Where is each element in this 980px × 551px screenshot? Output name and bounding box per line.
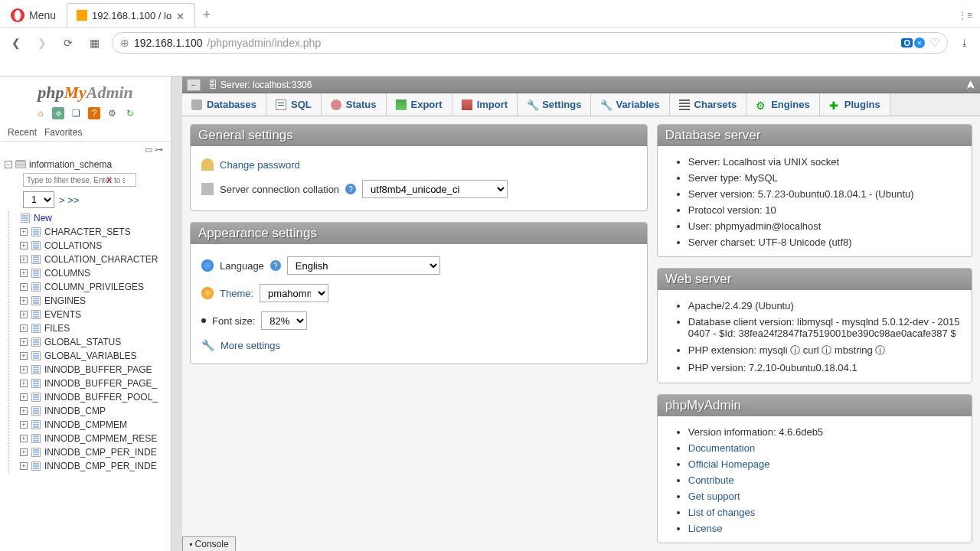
url-host: 192.168.1.100 [134,37,203,49]
tab-title: 192.168.1.100 / lo [92,10,172,21]
bookmark-heart-icon[interactable]: ♡ [929,36,939,50]
menu-label: Menu [29,9,56,21]
tab-bar: Menu 192.168.1.100 / lo ✕ + ⋮≡ [0,0,980,28]
new-tab-button[interactable]: + [195,3,218,27]
back-button[interactable]: ❮ [8,34,24,51]
forward-button[interactable]: ❯ [34,34,51,51]
browser-tab[interactable]: 192.168.1.100 / lo ✕ [67,3,195,27]
url-field[interactable]: ⊕ 192.168.1.100/phpmyadmin/index.php O ×… [112,32,948,54]
browser-menu-button[interactable]: Menu [0,3,67,27]
opera-badge-icon: O [901,38,913,47]
address-bar: ❮ ❯ ⟳ ▦ ⊕ 192.168.1.100/phpmyadmin/index… [0,28,980,58]
reload-button[interactable]: ⟳ [60,34,77,51]
downloads-icon[interactable]: ⭳ [957,37,972,48]
blocker-badge-icon: × [914,37,925,48]
url-path: /phpmyadmin/index.php [207,37,322,49]
browser-chrome: Menu 192.168.1.100 / lo ✕ + ⋮≡ ❮ ❯ ⟳ ▦ ⊕… [0,0,980,77]
opera-logo-icon [11,8,24,22]
tab-close-icon[interactable]: ✕ [176,11,185,20]
globe-icon: ⊕ [120,37,129,49]
tab-favicon-icon [77,10,87,21]
speed-dial-icon[interactable]: ▦ [86,34,103,51]
tab-bar-menu-icon[interactable]: ⋮≡ [958,3,980,27]
